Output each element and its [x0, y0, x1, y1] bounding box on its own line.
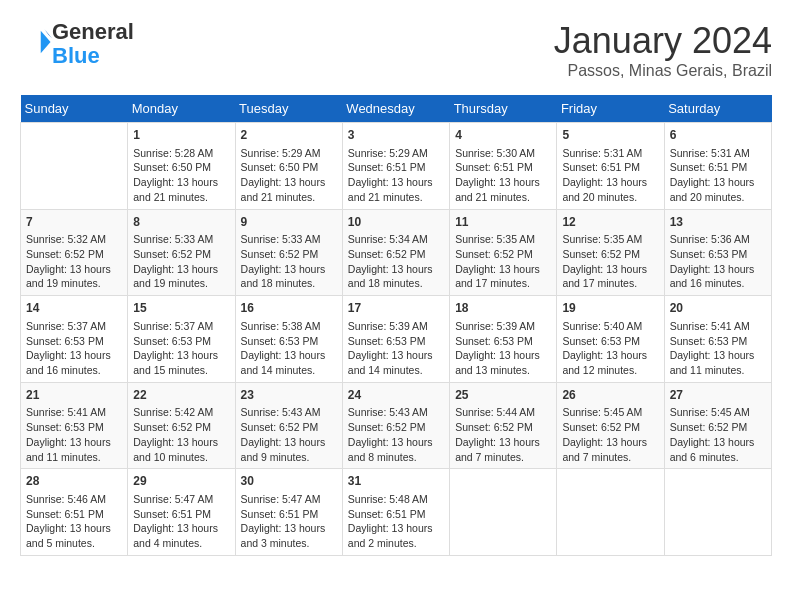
day-info: Sunrise: 5:28 AM Sunset: 6:50 PM Dayligh…	[133, 146, 229, 205]
calendar-cell	[21, 123, 128, 210]
day-info: Sunrise: 5:37 AM Sunset: 6:53 PM Dayligh…	[133, 319, 229, 378]
day-number: 29	[133, 473, 229, 490]
calendar-cell: 3Sunrise: 5:29 AM Sunset: 6:51 PM Daylig…	[342, 123, 449, 210]
calendar-cell: 22Sunrise: 5:42 AM Sunset: 6:52 PM Dayli…	[128, 382, 235, 469]
day-info: Sunrise: 5:38 AM Sunset: 6:53 PM Dayligh…	[241, 319, 337, 378]
day-number: 12	[562, 214, 658, 231]
calendar-week-4: 21Sunrise: 5:41 AM Sunset: 6:53 PM Dayli…	[21, 382, 772, 469]
day-info: Sunrise: 5:41 AM Sunset: 6:53 PM Dayligh…	[670, 319, 766, 378]
calendar-cell: 7Sunrise: 5:32 AM Sunset: 6:52 PM Daylig…	[21, 209, 128, 296]
calendar-cell: 16Sunrise: 5:38 AM Sunset: 6:53 PM Dayli…	[235, 296, 342, 383]
day-number: 11	[455, 214, 551, 231]
calendar-cell: 9Sunrise: 5:33 AM Sunset: 6:52 PM Daylig…	[235, 209, 342, 296]
day-info: Sunrise: 5:32 AM Sunset: 6:52 PM Dayligh…	[26, 232, 122, 291]
day-info: Sunrise: 5:48 AM Sunset: 6:51 PM Dayligh…	[348, 492, 444, 551]
day-number: 26	[562, 387, 658, 404]
calendar-cell: 24Sunrise: 5:43 AM Sunset: 6:52 PM Dayli…	[342, 382, 449, 469]
day-number: 8	[133, 214, 229, 231]
day-info: Sunrise: 5:47 AM Sunset: 6:51 PM Dayligh…	[241, 492, 337, 551]
day-info: Sunrise: 5:30 AM Sunset: 6:51 PM Dayligh…	[455, 146, 551, 205]
day-number: 9	[241, 214, 337, 231]
calendar-cell: 17Sunrise: 5:39 AM Sunset: 6:53 PM Dayli…	[342, 296, 449, 383]
calendar-cell: 30Sunrise: 5:47 AM Sunset: 6:51 PM Dayli…	[235, 469, 342, 556]
calendar-cell: 15Sunrise: 5:37 AM Sunset: 6:53 PM Dayli…	[128, 296, 235, 383]
day-number: 17	[348, 300, 444, 317]
day-number: 31	[348, 473, 444, 490]
calendar-cell: 25Sunrise: 5:44 AM Sunset: 6:52 PM Dayli…	[450, 382, 557, 469]
logo-icon	[22, 27, 52, 57]
day-number: 25	[455, 387, 551, 404]
day-info: Sunrise: 5:34 AM Sunset: 6:52 PM Dayligh…	[348, 232, 444, 291]
page-header: General Blue January 2024 Passos, Minas …	[20, 20, 772, 80]
calendar-cell: 19Sunrise: 5:40 AM Sunset: 6:53 PM Dayli…	[557, 296, 664, 383]
calendar-week-2: 7Sunrise: 5:32 AM Sunset: 6:52 PM Daylig…	[21, 209, 772, 296]
svg-marker-0	[41, 31, 51, 54]
calendar-cell: 20Sunrise: 5:41 AM Sunset: 6:53 PM Dayli…	[664, 296, 771, 383]
calendar-cell: 11Sunrise: 5:35 AM Sunset: 6:52 PM Dayli…	[450, 209, 557, 296]
day-info: Sunrise: 5:33 AM Sunset: 6:52 PM Dayligh…	[133, 232, 229, 291]
day-number: 14	[26, 300, 122, 317]
logo-text: General Blue	[52, 20, 134, 68]
day-number: 13	[670, 214, 766, 231]
header-row: Sunday Monday Tuesday Wednesday Thursday…	[21, 95, 772, 123]
calendar-header: Sunday Monday Tuesday Wednesday Thursday…	[21, 95, 772, 123]
day-info: Sunrise: 5:35 AM Sunset: 6:52 PM Dayligh…	[455, 232, 551, 291]
logo: General Blue	[20, 20, 134, 68]
day-number: 20	[670, 300, 766, 317]
month-title: January 2024	[554, 20, 772, 62]
day-info: Sunrise: 5:43 AM Sunset: 6:52 PM Dayligh…	[348, 405, 444, 464]
calendar-week-1: 1Sunrise: 5:28 AM Sunset: 6:50 PM Daylig…	[21, 123, 772, 210]
day-number: 4	[455, 127, 551, 144]
calendar-cell: 18Sunrise: 5:39 AM Sunset: 6:53 PM Dayli…	[450, 296, 557, 383]
day-number: 19	[562, 300, 658, 317]
day-number: 23	[241, 387, 337, 404]
day-info: Sunrise: 5:29 AM Sunset: 6:51 PM Dayligh…	[348, 146, 444, 205]
day-info: Sunrise: 5:43 AM Sunset: 6:52 PM Dayligh…	[241, 405, 337, 464]
day-info: Sunrise: 5:40 AM Sunset: 6:53 PM Dayligh…	[562, 319, 658, 378]
calendar-cell: 1Sunrise: 5:28 AM Sunset: 6:50 PM Daylig…	[128, 123, 235, 210]
calendar-cell: 23Sunrise: 5:43 AM Sunset: 6:52 PM Dayli…	[235, 382, 342, 469]
location: Passos, Minas Gerais, Brazil	[554, 62, 772, 80]
calendar-cell: 26Sunrise: 5:45 AM Sunset: 6:52 PM Dayli…	[557, 382, 664, 469]
day-number: 15	[133, 300, 229, 317]
calendar-cell: 31Sunrise: 5:48 AM Sunset: 6:51 PM Dayli…	[342, 469, 449, 556]
calendar-week-5: 28Sunrise: 5:46 AM Sunset: 6:51 PM Dayli…	[21, 469, 772, 556]
col-monday: Monday	[128, 95, 235, 123]
day-info: Sunrise: 5:39 AM Sunset: 6:53 PM Dayligh…	[348, 319, 444, 378]
day-info: Sunrise: 5:45 AM Sunset: 6:52 PM Dayligh…	[670, 405, 766, 464]
day-number: 10	[348, 214, 444, 231]
day-info: Sunrise: 5:37 AM Sunset: 6:53 PM Dayligh…	[26, 319, 122, 378]
day-number: 27	[670, 387, 766, 404]
day-number: 28	[26, 473, 122, 490]
calendar-body: 1Sunrise: 5:28 AM Sunset: 6:50 PM Daylig…	[21, 123, 772, 556]
day-info: Sunrise: 5:44 AM Sunset: 6:52 PM Dayligh…	[455, 405, 551, 464]
col-tuesday: Tuesday	[235, 95, 342, 123]
day-number: 2	[241, 127, 337, 144]
day-number: 22	[133, 387, 229, 404]
day-info: Sunrise: 5:41 AM Sunset: 6:53 PM Dayligh…	[26, 405, 122, 464]
calendar-week-3: 14Sunrise: 5:37 AM Sunset: 6:53 PM Dayli…	[21, 296, 772, 383]
calendar-cell	[557, 469, 664, 556]
col-friday: Friday	[557, 95, 664, 123]
calendar-cell: 5Sunrise: 5:31 AM Sunset: 6:51 PM Daylig…	[557, 123, 664, 210]
day-number: 1	[133, 127, 229, 144]
day-info: Sunrise: 5:36 AM Sunset: 6:53 PM Dayligh…	[670, 232, 766, 291]
day-number: 21	[26, 387, 122, 404]
day-info: Sunrise: 5:33 AM Sunset: 6:52 PM Dayligh…	[241, 232, 337, 291]
day-number: 24	[348, 387, 444, 404]
day-info: Sunrise: 5:45 AM Sunset: 6:52 PM Dayligh…	[562, 405, 658, 464]
day-number: 16	[241, 300, 337, 317]
col-saturday: Saturday	[664, 95, 771, 123]
calendar-cell: 28Sunrise: 5:46 AM Sunset: 6:51 PM Dayli…	[21, 469, 128, 556]
calendar-cell: 27Sunrise: 5:45 AM Sunset: 6:52 PM Dayli…	[664, 382, 771, 469]
day-number: 30	[241, 473, 337, 490]
calendar-cell: 12Sunrise: 5:35 AM Sunset: 6:52 PM Dayli…	[557, 209, 664, 296]
calendar-cell: 2Sunrise: 5:29 AM Sunset: 6:50 PM Daylig…	[235, 123, 342, 210]
day-info: Sunrise: 5:31 AM Sunset: 6:51 PM Dayligh…	[562, 146, 658, 205]
day-info: Sunrise: 5:35 AM Sunset: 6:52 PM Dayligh…	[562, 232, 658, 291]
calendar-cell: 29Sunrise: 5:47 AM Sunset: 6:51 PM Dayli…	[128, 469, 235, 556]
day-number: 5	[562, 127, 658, 144]
calendar-cell: 13Sunrise: 5:36 AM Sunset: 6:53 PM Dayli…	[664, 209, 771, 296]
day-number: 3	[348, 127, 444, 144]
calendar-cell: 4Sunrise: 5:30 AM Sunset: 6:51 PM Daylig…	[450, 123, 557, 210]
